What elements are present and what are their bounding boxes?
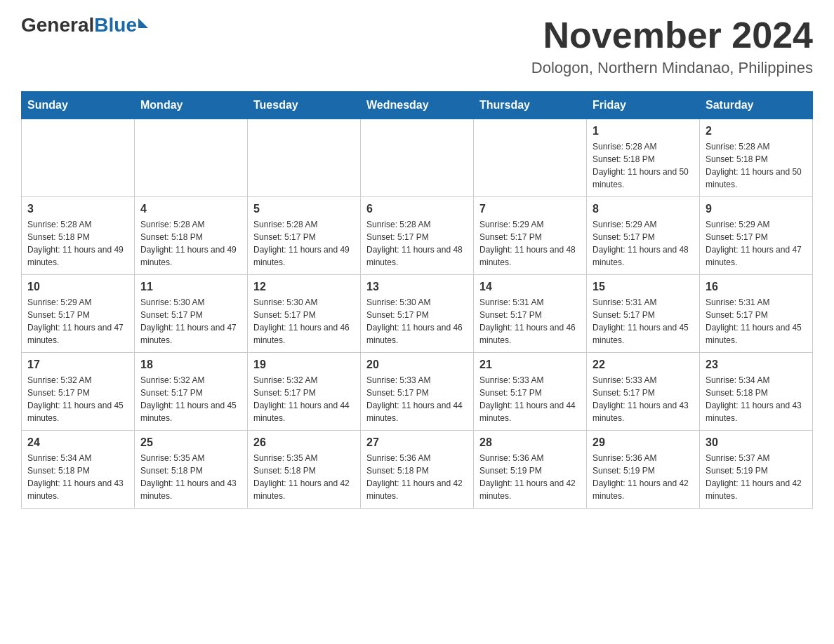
calendar-cell: 7Sunrise: 5:29 AMSunset: 5:17 PMDaylight… (474, 197, 587, 275)
day-number: 1 (593, 125, 694, 137)
page-title: November 2024 (531, 14, 813, 56)
day-info: Sunrise: 5:32 AMSunset: 5:17 PMDaylight:… (140, 374, 241, 424)
calendar-week-row: 10Sunrise: 5:29 AMSunset: 5:17 PMDayligh… (22, 275, 813, 353)
day-number: 12 (253, 281, 355, 293)
day-number: 15 (593, 281, 694, 293)
day-info: Sunrise: 5:28 AMSunset: 5:18 PMDaylight:… (593, 140, 694, 191)
calendar-cell: 12Sunrise: 5:30 AMSunset: 5:17 PMDayligh… (248, 275, 361, 353)
day-info: Sunrise: 5:31 AMSunset: 5:17 PMDaylight:… (479, 296, 581, 347)
day-number: 5 (253, 203, 355, 215)
calendar-cell (248, 119, 361, 197)
day-number: 9 (706, 203, 807, 215)
day-number: 19 (253, 358, 355, 371)
day-info: Sunrise: 5:32 AMSunset: 5:17 PMDaylight:… (27, 374, 128, 424)
day-info: Sunrise: 5:35 AMSunset: 5:18 PMDaylight:… (253, 452, 355, 502)
calendar-cell: 29Sunrise: 5:36 AMSunset: 5:19 PMDayligh… (587, 431, 700, 509)
logo-general: General (21, 14, 94, 36)
day-number: 10 (27, 281, 128, 293)
calendar-week-row: 24Sunrise: 5:34 AMSunset: 5:18 PMDayligh… (22, 431, 813, 509)
day-info: Sunrise: 5:32 AMSunset: 5:17 PMDaylight:… (253, 374, 355, 424)
calendar-cell: 30Sunrise: 5:37 AMSunset: 5:19 PMDayligh… (700, 431, 813, 509)
day-number: 4 (140, 203, 241, 215)
day-number: 2 (706, 125, 807, 137)
day-info: Sunrise: 5:34 AMSunset: 5:18 PMDaylight:… (706, 374, 807, 424)
day-number: 7 (479, 203, 581, 215)
calendar-cell: 25Sunrise: 5:35 AMSunset: 5:18 PMDayligh… (135, 431, 248, 509)
logo-text: GeneralBlue (21, 14, 148, 36)
calendar-cell: 22Sunrise: 5:33 AMSunset: 5:17 PMDayligh… (587, 353, 700, 431)
day-info: Sunrise: 5:30 AMSunset: 5:17 PMDaylight:… (140, 296, 241, 347)
calendar-week-row: 17Sunrise: 5:32 AMSunset: 5:17 PMDayligh… (22, 353, 813, 431)
calendar-cell (135, 119, 248, 197)
calendar-cell: 27Sunrise: 5:36 AMSunset: 5:18 PMDayligh… (361, 431, 474, 509)
calendar-header-sunday: Sunday (22, 92, 135, 119)
logo-blue-text: Blue (94, 14, 137, 36)
calendar-cell (361, 119, 474, 197)
day-info: Sunrise: 5:36 AMSunset: 5:19 PMDaylight:… (479, 452, 581, 502)
calendar-header-wednesday: Wednesday (361, 92, 474, 119)
calendar-cell: 24Sunrise: 5:34 AMSunset: 5:18 PMDayligh… (22, 431, 135, 509)
day-info: Sunrise: 5:31 AMSunset: 5:17 PMDaylight:… (593, 296, 694, 347)
calendar-cell: 11Sunrise: 5:30 AMSunset: 5:17 PMDayligh… (135, 275, 248, 353)
calendar-header-row: SundayMondayTuesdayWednesdayThursdayFrid… (22, 92, 813, 119)
calendar-week-row: 1Sunrise: 5:28 AMSunset: 5:18 PMDaylight… (22, 119, 813, 197)
day-number: 13 (366, 281, 468, 293)
logo-area: GeneralBlue (21, 14, 148, 36)
page-subtitle: Dologon, Northern Mindanao, Philippines (531, 59, 813, 77)
calendar-header-monday: Monday (135, 92, 248, 119)
calendar-cell: 9Sunrise: 5:29 AMSunset: 5:17 PMDaylight… (700, 197, 813, 275)
calendar-cell: 17Sunrise: 5:32 AMSunset: 5:17 PMDayligh… (22, 353, 135, 431)
day-number: 23 (706, 358, 807, 371)
day-info: Sunrise: 5:33 AMSunset: 5:17 PMDaylight:… (479, 374, 581, 424)
day-info: Sunrise: 5:34 AMSunset: 5:18 PMDaylight:… (27, 452, 128, 502)
day-number: 27 (366, 436, 468, 449)
calendar-header-saturday: Saturday (700, 92, 813, 119)
day-info: Sunrise: 5:33 AMSunset: 5:17 PMDaylight:… (593, 374, 694, 424)
calendar-week-row: 3Sunrise: 5:28 AMSunset: 5:18 PMDaylight… (22, 197, 813, 275)
day-info: Sunrise: 5:30 AMSunset: 5:17 PMDaylight:… (253, 296, 355, 347)
calendar-cell: 8Sunrise: 5:29 AMSunset: 5:17 PMDaylight… (587, 197, 700, 275)
calendar-cell: 5Sunrise: 5:28 AMSunset: 5:17 PMDaylight… (248, 197, 361, 275)
calendar-cell: 4Sunrise: 5:28 AMSunset: 5:18 PMDaylight… (135, 197, 248, 275)
day-info: Sunrise: 5:36 AMSunset: 5:19 PMDaylight:… (593, 452, 694, 502)
day-info: Sunrise: 5:29 AMSunset: 5:17 PMDaylight:… (706, 218, 807, 269)
day-info: Sunrise: 5:35 AMSunset: 5:18 PMDaylight:… (140, 452, 241, 502)
day-info: Sunrise: 5:29 AMSunset: 5:17 PMDaylight:… (479, 218, 581, 269)
day-number: 14 (479, 281, 581, 293)
calendar-table: SundayMondayTuesdayWednesdayThursdayFrid… (21, 91, 813, 509)
calendar-cell: 2Sunrise: 5:28 AMSunset: 5:18 PMDaylight… (700, 119, 813, 197)
day-info: Sunrise: 5:33 AMSunset: 5:17 PMDaylight:… (366, 374, 468, 424)
calendar-cell: 10Sunrise: 5:29 AMSunset: 5:17 PMDayligh… (22, 275, 135, 353)
day-info: Sunrise: 5:36 AMSunset: 5:18 PMDaylight:… (366, 452, 468, 502)
calendar-cell (474, 119, 587, 197)
day-info: Sunrise: 5:28 AMSunset: 5:18 PMDaylight:… (27, 218, 128, 269)
calendar-header-tuesday: Tuesday (248, 92, 361, 119)
calendar-cell: 16Sunrise: 5:31 AMSunset: 5:17 PMDayligh… (700, 275, 813, 353)
day-number: 25 (140, 436, 241, 449)
day-number: 24 (27, 436, 128, 449)
calendar-header-friday: Friday (587, 92, 700, 119)
day-number: 17 (27, 358, 128, 371)
header-area: GeneralBlue November 2024 Dologon, North… (21, 14, 813, 77)
day-number: 22 (593, 358, 694, 371)
day-number: 6 (366, 203, 468, 215)
calendar-cell: 1Sunrise: 5:28 AMSunset: 5:18 PMDaylight… (587, 119, 700, 197)
calendar-cell: 26Sunrise: 5:35 AMSunset: 5:18 PMDayligh… (248, 431, 361, 509)
calendar-header-thursday: Thursday (474, 92, 587, 119)
day-number: 26 (253, 436, 355, 449)
day-info: Sunrise: 5:28 AMSunset: 5:18 PMDaylight:… (140, 218, 241, 269)
calendar-cell (22, 119, 135, 197)
logo-triangle-icon (138, 18, 148, 28)
day-number: 28 (479, 436, 581, 449)
day-info: Sunrise: 5:28 AMSunset: 5:18 PMDaylight:… (706, 140, 807, 191)
day-number: 11 (140, 281, 241, 293)
day-info: Sunrise: 5:30 AMSunset: 5:17 PMDaylight:… (366, 296, 468, 347)
calendar-cell: 6Sunrise: 5:28 AMSunset: 5:17 PMDaylight… (361, 197, 474, 275)
calendar-cell: 28Sunrise: 5:36 AMSunset: 5:19 PMDayligh… (474, 431, 587, 509)
day-number: 3 (27, 203, 128, 215)
day-number: 21 (479, 358, 581, 371)
day-info: Sunrise: 5:28 AMSunset: 5:17 PMDaylight:… (366, 218, 468, 269)
calendar-cell: 14Sunrise: 5:31 AMSunset: 5:17 PMDayligh… (474, 275, 587, 353)
day-number: 20 (366, 358, 468, 371)
day-info: Sunrise: 5:29 AMSunset: 5:17 PMDaylight:… (27, 296, 128, 347)
